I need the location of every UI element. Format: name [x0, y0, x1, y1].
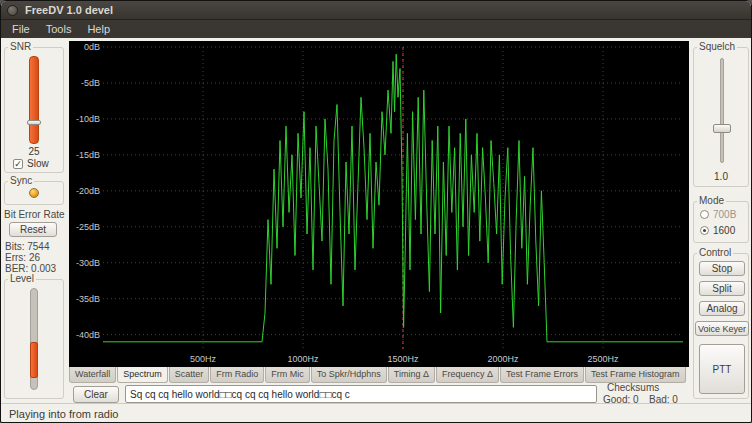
stop-button[interactable]: Stop — [699, 261, 745, 276]
menu-tools[interactable]: Tools — [39, 22, 79, 36]
window-close-button[interactable] — [7, 5, 18, 16]
radio-icon — [700, 210, 709, 219]
svg-text:1000Hz: 1000Hz — [287, 354, 319, 364]
svg-text:1500Hz: 1500Hz — [387, 354, 419, 364]
tab-frm-mic[interactable]: Frm Mic — [265, 367, 310, 383]
titlebar: FreeDV 1.0 devel — [1, 1, 751, 20]
errs-stat: Errs: 26 — [5, 252, 40, 263]
mode-1600-label: 1600 — [713, 225, 735, 236]
reset-button[interactable]: Reset — [9, 222, 57, 237]
mode-radio-1600[interactable]: 1600 — [700, 225, 735, 236]
mode-group: Mode 700B 1600 — [693, 201, 749, 243]
app-window: FreeDV 1.0 devel File Tools Help SNR 25 … — [0, 0, 752, 423]
clear-button[interactable]: Clear — [73, 386, 119, 403]
level-group: Level — [4, 279, 64, 399]
svg-text:-30dB: -30dB — [76, 258, 100, 268]
level-label: Level — [8, 273, 36, 284]
svg-text:-5dB: -5dB — [81, 78, 100, 88]
sync-group: Sync — [4, 181, 64, 205]
sync-led-indicator — [29, 188, 39, 198]
split-button[interactable]: Split — [699, 281, 745, 296]
tab-waterfall[interactable]: Waterfall — [69, 367, 116, 383]
statusbar: Playing into from radio — [1, 403, 751, 423]
tab-frequency-delta[interactable]: Frequency Δ — [436, 367, 499, 383]
level-meter-fill — [30, 342, 38, 378]
squelch-value: 1.0 — [694, 171, 748, 182]
bits-stat: Bits: 7544 — [5, 241, 49, 252]
mode-700b-label: 700B — [713, 209, 736, 220]
snr-label: SNR — [8, 41, 33, 52]
ptt-button[interactable]: PTT — [699, 344, 745, 394]
mode-label: Mode — [697, 195, 726, 206]
tx-text-input[interactable] — [125, 385, 597, 403]
status-text: Playing into from radio — [9, 408, 118, 420]
squelch-slider-thumb[interactable] — [713, 124, 731, 133]
checkbox-check-icon: ✓ — [13, 159, 23, 169]
spectrum-chart: 0dB-5dB-10dB-15dB-20dB-25dB-30dB-35dB-40… — [69, 41, 689, 367]
svg-text:2500Hz: 2500Hz — [587, 354, 619, 364]
plot-tabs: Waterfall Spectrum Scatter Frm Radio Frm… — [69, 367, 689, 383]
menu-help[interactable]: Help — [80, 22, 117, 36]
tab-frm-radio[interactable]: Frm Radio — [210, 367, 264, 383]
tab-test-frame-histogram[interactable]: Test Frame Histogram — [585, 367, 686, 383]
svg-text:500Hz: 500Hz — [190, 354, 217, 364]
radio-icon — [700, 226, 709, 235]
spectrum-plot: 0dB-5dB-10dB-15dB-20dB-25dB-30dB-35dB-40… — [69, 41, 689, 367]
tab-to-spkr-hdphns[interactable]: To Spkr/Hdphns — [311, 367, 387, 383]
menubar: File Tools Help — [1, 20, 751, 38]
checksums-label: Checksums — [607, 382, 659, 393]
bit-error-rate-label: Bit Error Rate — [4, 209, 65, 220]
menu-file[interactable]: File — [5, 22, 37, 36]
svg-text:-15dB: -15dB — [76, 150, 100, 160]
tab-test-frame-errors[interactable]: Test Frame Errors — [500, 367, 584, 383]
control-label: Control — [697, 247, 733, 258]
squelch-group: Squelch 1.0 — [693, 47, 749, 187]
slow-checkbox-label: Slow — [27, 158, 49, 169]
snr-value: 25 — [5, 146, 63, 157]
sync-label: Sync — [8, 175, 34, 186]
tab-spectrum[interactable]: Spectrum — [117, 367, 168, 383]
squelch-slider-track — [720, 58, 724, 163]
svg-text:-35dB: -35dB — [76, 294, 100, 304]
mode-radio-700b[interactable]: 700B — [700, 209, 736, 220]
control-group: Control Stop Split Analog Voice Keyer PT… — [693, 253, 749, 399]
tab-timing-delta[interactable]: Timing Δ — [388, 367, 435, 383]
window-title: FreeDV 1.0 devel — [25, 4, 113, 16]
svg-text:-20dB: -20dB — [76, 186, 100, 196]
svg-text:-25dB: -25dB — [76, 222, 100, 232]
squelch-label: Squelch — [697, 41, 737, 52]
analog-button[interactable]: Analog — [699, 301, 745, 316]
voice-keyer-button[interactable]: Voice Keyer — [695, 321, 749, 336]
snr-meter-thumb — [27, 120, 41, 125]
tab-scatter[interactable]: Scatter — [169, 367, 210, 383]
snr-meter-fill — [29, 56, 39, 144]
snr-group: SNR 25 ✓ Slow — [4, 47, 64, 173]
svg-text:2000Hz: 2000Hz — [487, 354, 519, 364]
svg-text:0dB: 0dB — [84, 42, 100, 52]
svg-text:-10dB: -10dB — [76, 114, 100, 124]
svg-text:-40dB: -40dB — [76, 330, 100, 340]
slow-checkbox[interactable]: ✓ Slow — [13, 158, 49, 169]
